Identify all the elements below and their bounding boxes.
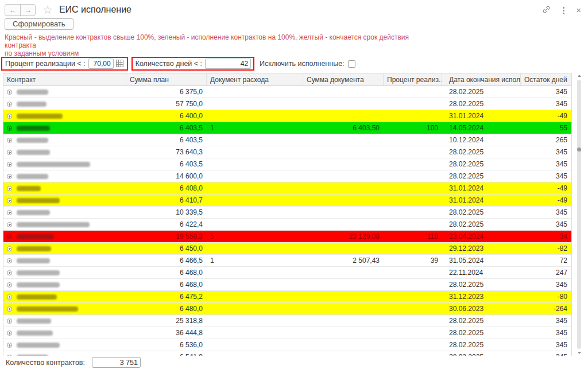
expand-icon[interactable] (7, 343, 12, 348)
more-menu-icon[interactable] (560, 6, 567, 15)
cell-expense-doc: 1 (207, 124, 303, 132)
cell-doc-sum: 23 129,08 (303, 232, 384, 240)
expand-icon[interactable] (7, 246, 12, 251)
calculator-icon[interactable] (115, 59, 125, 68)
cell-contract (3, 196, 126, 204)
close-icon[interactable]: × (576, 6, 581, 14)
table-row[interactable]: 19 559,3523 129,0811823.04.202434 (3, 231, 571, 243)
expand-icon[interactable] (7, 102, 12, 107)
favorite-star-icon[interactable]: ☆ (42, 4, 53, 15)
generate-button[interactable]: Сформировать (5, 18, 74, 30)
column-header-7[interactable]: Остаток дней (521, 73, 571, 86)
table-row[interactable]: 6 400,031.01.2024-49 (3, 110, 571, 122)
expand-icon[interactable] (7, 222, 12, 227)
cell-days-left: 345 (521, 148, 571, 156)
table-row[interactable]: 10 339,528.02.2025345 (3, 207, 571, 219)
get-link-icon[interactable] (541, 5, 551, 16)
table-row[interactable]: 6 475,231.12.2023-80 (3, 291, 571, 303)
expand-icon[interactable] (7, 210, 12, 215)
redacted-contract-name (17, 210, 50, 215)
expand-icon[interactable] (7, 138, 12, 143)
expand-icon[interactable] (7, 318, 12, 324)
cell-days-left: 247 (521, 269, 571, 277)
cell-end-date: 31.12.2023 (442, 293, 521, 301)
cell-plan-sum: 6 468,0 (126, 269, 207, 277)
table-row[interactable]: 36 444,828.02.2025345 (3, 327, 571, 339)
forward-button[interactable]: → (20, 5, 35, 15)
table-row[interactable]: 6 450,029.12.2023-82 (3, 243, 571, 255)
table-row[interactable]: 6 466,512 507,433931.05.202472 (3, 255, 571, 267)
expand-icon[interactable] (7, 198, 12, 203)
column-header-3[interactable]: Документ расхода (207, 73, 303, 86)
cell-plan-sum: 6 475,2 (126, 293, 207, 301)
expand-icon[interactable] (7, 150, 12, 155)
cell-end-date: 31.01.2024 (442, 112, 521, 120)
cell-days-left: 345 (521, 341, 571, 349)
expand-icon[interactable] (7, 90, 12, 95)
table-row[interactable]: 73 640,328.02.2025345 (3, 146, 571, 158)
table-header: КонтрактСумма планДокумент расходаСумма … (3, 73, 571, 86)
table-row[interactable]: 6 403,510.12.2024265 (3, 134, 571, 146)
vertical-scrollbar[interactable] (575, 73, 583, 356)
percent-filter-input[interactable] (88, 59, 114, 69)
footer-bar: Количество контрактов: (6, 357, 141, 368)
cell-days-left: 345 (521, 220, 571, 228)
scrollbar-thumb[interactable] (577, 80, 581, 349)
scroll-down-arrow-icon[interactable] (578, 352, 581, 354)
legend-line-1: Красный - выделение контрактов свыше 100… (5, 33, 412, 49)
cell-days-left: 345 (521, 353, 571, 356)
expand-icon[interactable] (7, 282, 12, 287)
cell-plan-sum: 6 410,7 (126, 196, 207, 204)
table-row[interactable]: 6 468,022.11.2024247 (3, 267, 571, 279)
days-filter-group: Количество дней < : (131, 57, 254, 71)
expand-icon[interactable] (7, 270, 12, 275)
expand-icon[interactable] (7, 355, 12, 356)
cell-days-left: 345 (521, 100, 571, 108)
cell-plan-sum: 14 600,0 (126, 172, 207, 180)
expand-icon[interactable] (7, 174, 12, 179)
scroll-up-arrow-icon[interactable] (578, 75, 581, 77)
table-row[interactable]: 6 536,028.02.2025345 (3, 339, 571, 351)
expand-icon[interactable] (7, 186, 12, 191)
table-row[interactable]: 6 403,516 403,5010014.05.202455 (3, 122, 571, 134)
days-filter-input[interactable] (205, 59, 251, 69)
table-row[interactable]: 6 375,028.02.2025345 (3, 86, 571, 98)
table-row[interactable]: 6 422,428.02.2025345 (3, 219, 571, 231)
expand-icon[interactable] (7, 258, 12, 263)
expand-icon[interactable] (7, 162, 12, 167)
table-row[interactable]: 6 410,731.01.2024-49 (3, 195, 571, 207)
expand-icon[interactable] (7, 126, 12, 131)
table-row[interactable]: 25 318,828.02.2025345 (3, 315, 571, 327)
table-row[interactable]: 14 600,028.02.2025345 (3, 170, 571, 182)
redacted-contract-name (17, 270, 60, 275)
cell-plan-sum: 10 339,5 (126, 208, 207, 216)
cell-contract (3, 112, 126, 120)
cell-days-left: 55 (521, 124, 571, 132)
table-row[interactable]: 6 408,031.01.2024-49 (3, 182, 571, 195)
table-row[interactable]: 6 403,528.02.2025345 (3, 158, 571, 170)
table-row[interactable]: 6 541,928.02.2025345 (3, 351, 571, 356)
expand-icon[interactable] (7, 234, 12, 239)
column-header-6[interactable]: Дата окончания исполн... (442, 73, 521, 86)
cell-contract (3, 232, 126, 240)
cell-days-left: 345 (521, 160, 571, 168)
table-row[interactable]: 6 480,030.06.2023-264 (3, 303, 571, 315)
expand-icon[interactable] (7, 331, 12, 336)
expand-icon[interactable] (7, 114, 12, 119)
cell-contract (3, 269, 126, 277)
redacted-contract-name (17, 114, 63, 119)
column-header-5[interactable]: Процент реализ... (384, 73, 442, 86)
scrollbar-handle-dot[interactable] (577, 147, 581, 151)
column-header-2[interactable]: Сумма план (126, 73, 207, 86)
exclude-completed-checkbox[interactable] (348, 60, 355, 68)
redacted-contract-name (17, 162, 90, 167)
table-row[interactable]: 6 468,028.02.2025345 (3, 279, 571, 291)
table-row[interactable]: 57 750,028.02.2025345 (3, 98, 571, 110)
column-header-1[interactable]: Контракт (3, 73, 126, 86)
expand-icon[interactable] (7, 306, 12, 312)
column-header-4[interactable]: Сумма документа (303, 73, 384, 86)
expand-icon[interactable] (7, 294, 12, 300)
contract-count-input[interactable] (92, 357, 141, 368)
back-button[interactable]: ← (5, 5, 20, 15)
cell-contract (3, 100, 126, 108)
